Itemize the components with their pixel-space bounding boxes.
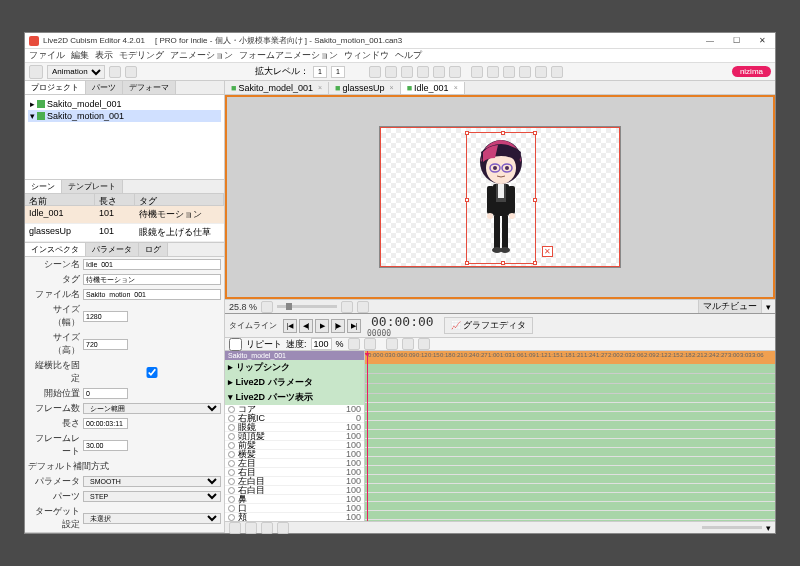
play-button[interactable]: ▶	[315, 319, 329, 333]
vtab-glasses[interactable]: ■glassesUp×	[329, 82, 401, 94]
track-head[interactable]: Sakito_model_001	[225, 351, 364, 360]
tool-lasso-icon[interactable]	[401, 66, 413, 78]
size-h-input[interactable]	[83, 339, 128, 350]
handle-icon[interactable]	[465, 198, 469, 202]
radio-icon[interactable]	[228, 478, 235, 485]
graph-editor-tab[interactable]: 📈 グラフエディタ	[444, 317, 533, 334]
menu-help[interactable]: ヘルプ	[395, 49, 422, 62]
tab-log[interactable]: ログ	[139, 243, 168, 256]
track-row[interactable]	[365, 448, 775, 457]
handle-icon[interactable]	[465, 261, 469, 265]
menu-view[interactable]: 表示	[95, 49, 113, 62]
radio-icon[interactable]	[228, 460, 235, 467]
radio-icon[interactable]	[228, 496, 235, 503]
prev-frame-button[interactable]: ◀|	[299, 319, 313, 333]
time-ruler[interactable]: 0:000:030:060:090:120:150:180:210:240:27…	[365, 351, 775, 364]
close-tab-icon[interactable]: ×	[454, 84, 458, 91]
aspect-checkbox[interactable]	[83, 367, 221, 378]
tab-scene[interactable]: シーン	[25, 180, 62, 193]
track-row[interactable]	[365, 403, 775, 412]
playhead[interactable]	[367, 351, 368, 521]
radio-icon[interactable]	[228, 451, 235, 458]
handle-icon[interactable]	[533, 198, 537, 202]
tl-tool-d-icon[interactable]	[402, 338, 414, 350]
multiview-button[interactable]: マルチビュー	[698, 299, 762, 314]
tab-project[interactable]: プロジェクト	[25, 81, 86, 94]
handle-icon[interactable]	[465, 131, 469, 135]
tab-inspector[interactable]: インスペクタ	[25, 243, 86, 256]
radio-icon[interactable]	[228, 514, 235, 521]
undo-icon[interactable]	[109, 66, 121, 78]
zoom-in-icon[interactable]	[341, 301, 353, 313]
menu-edit[interactable]: 編集	[71, 49, 89, 62]
radio-icon[interactable]	[228, 469, 235, 476]
group-track[interactable]	[365, 384, 775, 394]
delete-button[interactable]: ✕	[542, 246, 553, 257]
length-input[interactable]	[83, 418, 128, 429]
radio-icon[interactable]	[228, 505, 235, 512]
tool-c-icon[interactable]	[503, 66, 515, 78]
tool-rotate-icon[interactable]	[385, 66, 397, 78]
tab-parameter[interactable]: パラメータ	[86, 243, 139, 256]
framerate-input[interactable]	[83, 440, 128, 451]
scene-row[interactable]: Idle_001101待機モーション	[25, 206, 224, 224]
menu-modeling[interactable]: モデリング	[119, 49, 164, 62]
tl-tool-a-icon[interactable]	[348, 338, 360, 350]
handle-icon[interactable]	[533, 131, 537, 135]
zoom-level-2[interactable]: 1	[331, 66, 345, 78]
size-w-input[interactable]	[83, 311, 128, 322]
track-row[interactable]	[365, 475, 775, 484]
radio-icon[interactable]	[228, 415, 235, 422]
group-track[interactable]	[365, 374, 775, 384]
speed-value[interactable]: 100	[311, 338, 332, 350]
tree-item-model[interactable]: ▸Sakito_model_001	[28, 98, 221, 110]
nizima-button[interactable]: nizima	[732, 66, 771, 77]
tl-tool-c-icon[interactable]	[386, 338, 398, 350]
tl-zoom-slider[interactable]	[702, 526, 762, 529]
close-button[interactable]: ✕	[753, 35, 771, 47]
track-row[interactable]	[365, 466, 775, 475]
tool-brush-icon[interactable]	[433, 66, 445, 78]
menu-file[interactable]: ファイル	[29, 49, 65, 62]
filename-input[interactable]	[83, 289, 221, 300]
canvas[interactable]: ✕	[380, 127, 620, 267]
goto-end-button[interactable]: ▶|	[347, 319, 361, 333]
vtab-idle[interactable]: ■Idle_001×	[401, 82, 465, 94]
track-row[interactable]	[365, 394, 775, 403]
project-tree[interactable]: ▸Sakito_model_001 ▾Sakito_motion_001	[25, 95, 224, 179]
tool-a-icon[interactable]	[471, 66, 483, 78]
zoom-out-icon[interactable]	[261, 301, 273, 313]
radio-icon[interactable]	[228, 424, 235, 431]
menu-formanim[interactable]: フォームアニメーション	[239, 49, 338, 62]
timeline-tracks[interactable]: 0:000:030:060:090:120:150:180:210:240:27…	[365, 351, 775, 521]
menu-window[interactable]: ウィンドウ	[344, 49, 389, 62]
zoom-level-1[interactable]: 1	[313, 66, 327, 78]
track-row[interactable]	[365, 520, 775, 521]
track-row[interactable]	[365, 430, 775, 439]
scene-row[interactable]: glassesUp101眼鏡を上げる仕草	[25, 224, 224, 242]
track-row[interactable]	[365, 493, 775, 502]
parts-interp-select[interactable]: STEP	[83, 491, 221, 502]
dropdown-icon[interactable]: ▾	[766, 302, 771, 312]
zoom-fit-icon[interactable]	[357, 301, 369, 313]
track-row[interactable]	[365, 412, 775, 421]
track-row[interactable]	[365, 421, 775, 430]
tl-tool-e-icon[interactable]	[418, 338, 430, 350]
tool-f-icon[interactable]	[551, 66, 563, 78]
track-row[interactable]	[365, 511, 775, 520]
close-tab-icon[interactable]: ×	[318, 84, 322, 91]
vtab-model[interactable]: ■Sakito_model_001×	[225, 82, 329, 94]
tool-b-icon[interactable]	[487, 66, 499, 78]
radio-icon[interactable]	[228, 433, 235, 440]
menu-animation[interactable]: アニメーション	[170, 49, 233, 62]
group-lipsync[interactable]: ▸ リップシンク	[225, 360, 364, 375]
track-row[interactable]	[365, 439, 775, 448]
tl-tool-b-icon[interactable]	[364, 338, 376, 350]
radio-icon[interactable]	[228, 406, 235, 413]
mode-select[interactable]: Animation	[47, 65, 105, 79]
group-track[interactable]	[365, 364, 775, 374]
zoom-slider[interactable]	[277, 305, 337, 308]
tl-snap-icon[interactable]	[261, 522, 273, 534]
tag-input[interactable]	[83, 274, 221, 285]
close-tab-icon[interactable]: ×	[390, 84, 394, 91]
